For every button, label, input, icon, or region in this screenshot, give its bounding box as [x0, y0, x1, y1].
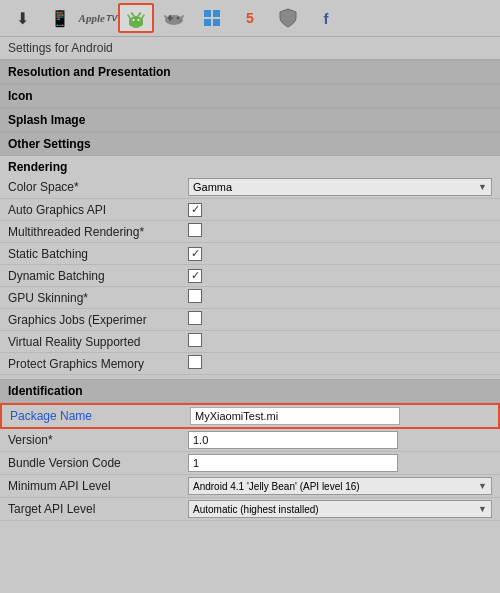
auto-graphics-label: Auto Graphics API [8, 203, 188, 217]
bundle-version-label: Bundle Version Code [8, 456, 188, 470]
dynamic-batching-checkbox[interactable] [188, 269, 202, 283]
shield-icon[interactable] [270, 3, 306, 33]
graphics-jobs-value [188, 311, 492, 328]
svg-point-8 [131, 12, 133, 14]
gpu-skinning-checkbox[interactable] [188, 289, 202, 303]
version-label: Version* [8, 433, 188, 447]
gpu-skinning-label: GPU Skinning* [8, 291, 188, 305]
bundle-version-input[interactable] [188, 454, 398, 472]
svg-point-5 [138, 19, 140, 21]
target-api-row: Target API Level Automatic (highest inst… [0, 498, 500, 521]
bundle-version-row: Bundle Version Code [0, 452, 500, 475]
svg-rect-12 [169, 15, 171, 21]
facebook-icon[interactable]: f [308, 3, 344, 33]
rendering-subsection-header: Rendering [0, 156, 500, 176]
multithreaded-row: Multithreaded Rendering* [0, 221, 500, 243]
download-icon[interactable]: ⬇ [4, 3, 40, 33]
svg-point-13 [177, 17, 179, 19]
svg-point-4 [133, 19, 135, 21]
svg-line-2 [128, 15, 130, 18]
graphics-jobs-row: Graphics Jobs (Experimer [0, 309, 500, 331]
min-api-arrow: ▼ [478, 481, 487, 491]
static-batching-value [188, 246, 492, 261]
dynamic-batching-label: Dynamic Batching [8, 269, 188, 283]
auto-graphics-checkbox[interactable] [188, 203, 202, 217]
appletv-icon[interactable]: AppleTV [80, 3, 116, 33]
min-api-value: Android 4.1 'Jelly Bean' (API level 16) … [188, 477, 492, 495]
color-space-arrow: ▼ [478, 182, 487, 192]
gpu-skinning-row: GPU Skinning* [0, 287, 500, 309]
other-settings-header: Other Settings [0, 132, 500, 156]
svg-point-9 [139, 12, 141, 14]
resolution-section-header: Resolution and Presentation [0, 60, 500, 84]
package-name-row: Package Name [0, 403, 500, 429]
vr-supported-label: Virtual Reality Supported [8, 335, 188, 349]
static-batching-row: Static Batching [0, 243, 500, 265]
svg-rect-1 [129, 18, 143, 26]
svg-line-3 [142, 15, 144, 18]
package-name-label: Package Name [10, 409, 190, 423]
color-space-value: Gamma ▼ [188, 178, 492, 196]
min-api-row: Minimum API Level Android 4.1 'Jelly Bea… [0, 475, 500, 498]
multithreaded-label: Multithreaded Rendering* [8, 225, 188, 239]
android-icon[interactable] [118, 3, 154, 33]
protect-graphics-row: Protect Graphics Memory [0, 353, 500, 375]
protect-graphics-checkbox[interactable] [188, 355, 202, 369]
svg-rect-20 [213, 19, 220, 26]
static-batching-label: Static Batching [8, 247, 188, 261]
settings-header: Settings for Android [0, 37, 500, 60]
vr-supported-row: Virtual Reality Supported [0, 331, 500, 353]
version-row: Version* [0, 429, 500, 452]
protect-graphics-value [188, 355, 492, 372]
vr-supported-value [188, 333, 492, 350]
identification-section-header: Identification [0, 379, 500, 403]
html5-icon[interactable]: 5 [232, 3, 268, 33]
min-api-label: Minimum API Level [8, 479, 188, 493]
static-batching-checkbox[interactable] [188, 247, 202, 261]
version-input[interactable] [188, 431, 398, 449]
target-api-value: Automatic (highest installed) ▼ [188, 500, 492, 518]
version-value [188, 431, 492, 449]
mobile-icon[interactable]: 📱 [42, 3, 78, 33]
windows-icon[interactable] [194, 3, 230, 33]
graphics-jobs-checkbox[interactable] [188, 311, 202, 325]
color-space-label: Color Space* [8, 180, 188, 194]
protect-graphics-label: Protect Graphics Memory [8, 357, 188, 371]
bundle-version-value [188, 454, 492, 472]
dynamic-batching-value [188, 268, 492, 283]
package-name-value [190, 407, 490, 425]
gpu-skinning-value [188, 289, 492, 306]
target-api-arrow: ▼ [478, 504, 487, 514]
multithreaded-value [188, 223, 492, 240]
svg-rect-17 [204, 10, 211, 17]
auto-graphics-row: Auto Graphics API [0, 199, 500, 221]
target-api-select[interactable]: Automatic (highest installed) ▼ [188, 500, 492, 518]
multithreaded-checkbox[interactable] [188, 223, 202, 237]
auto-graphics-value [188, 202, 492, 217]
min-api-select[interactable]: Android 4.1 'Jelly Bean' (API level 16) … [188, 477, 492, 495]
color-space-select[interactable]: Gamma ▼ [188, 178, 492, 196]
graphics-jobs-label: Graphics Jobs (Experimer [8, 313, 188, 327]
settings-header-label: Settings for Android [8, 41, 113, 55]
splash-section-header: Splash Image [0, 108, 500, 132]
color-space-row: Color Space* Gamma ▼ [0, 176, 500, 199]
svg-rect-18 [213, 10, 220, 17]
svg-rect-19 [204, 19, 211, 26]
vr-supported-checkbox[interactable] [188, 333, 202, 347]
dynamic-batching-row: Dynamic Batching [0, 265, 500, 287]
icon-section-header: Icon [0, 84, 500, 108]
package-name-input[interactable] [190, 407, 400, 425]
target-api-label: Target API Level [8, 502, 188, 516]
gamepad-icon[interactable] [156, 3, 192, 33]
toolbar: ⬇ 📱 AppleTV [0, 0, 500, 37]
